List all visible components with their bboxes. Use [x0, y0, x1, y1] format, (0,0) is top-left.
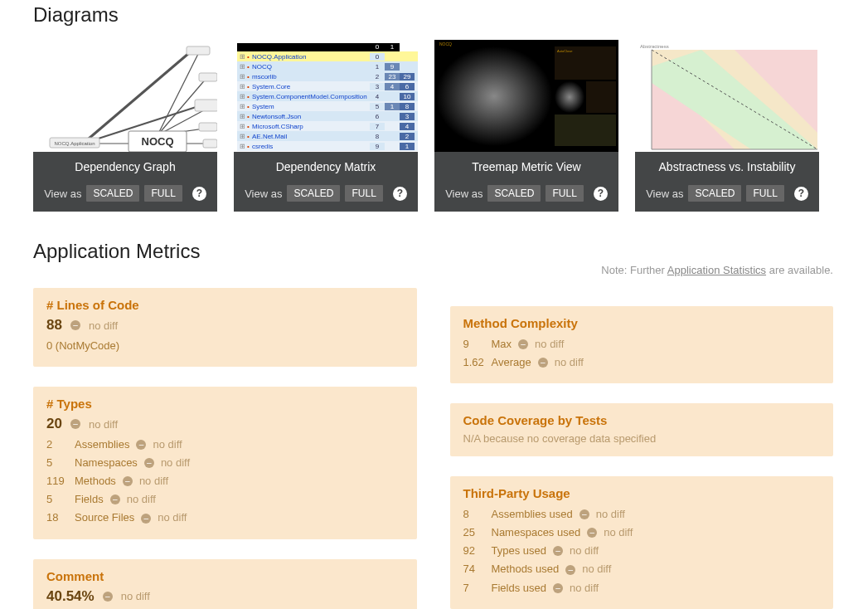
diff-text: no diff	[158, 509, 187, 527]
diff-icon: –	[538, 358, 548, 368]
diff-text: no diff	[535, 335, 564, 353]
dependency-graph-thumb[interactable]: NOCQ NOCQ.Application	[33, 40, 217, 152]
metric-sub: 0 (NotMyCode)	[46, 337, 404, 355]
metric-row-label: Fields used	[492, 579, 546, 597]
metric-row-num: 1.62	[463, 353, 485, 372]
diff-icon: –	[70, 320, 80, 330]
scaled-button[interactable]: SCALED	[487, 185, 541, 202]
svg-rect-15	[195, 100, 217, 111]
metrics-col-right: Method Complexity 9Max–no diff1.62Averag…	[450, 288, 834, 609]
metric-row-label: Max	[492, 335, 512, 353]
diagram-title: Dependency Graph	[40, 160, 211, 173]
matrix-row: ⊞•AE.Net.Mail82	[237, 131, 418, 141]
diff-text: no diff	[604, 524, 633, 542]
diagram-card-abstractness: Abstractness Abstractness vs. Instabilit…	[635, 40, 819, 212]
diagram-title: Treemap Metric View	[441, 160, 612, 173]
metric-row: 5Fields–no diff	[46, 490, 404, 509]
note-suffix: are available.	[766, 264, 833, 276]
metric-title: Third-Party Usage	[463, 486, 821, 500]
metric-row: 8Assemblies used–no diff	[463, 505, 821, 524]
diff-text: no diff	[570, 542, 599, 560]
metric-row: 25Namespaces used–no diff	[463, 524, 821, 542]
svg-text:NOCQ: NOCQ	[439, 41, 452, 46]
diagram-card-treemap: NOCQ AutoClose Treemap Metric View View …	[434, 40, 618, 212]
matrix-row: ⊞•System.Core346	[237, 81, 418, 91]
metric-coverage: Code Coverage by Tests N/A because no co…	[450, 403, 834, 456]
metric-lines-of-code: # Lines of Code 88 – no diff 0 (NotMyCod…	[33, 288, 417, 367]
help-icon[interactable]: ?	[594, 187, 608, 201]
abstractness-thumb[interactable]: Abstractness	[635, 40, 819, 152]
metric-row-num: 2	[46, 436, 68, 454]
metric-row-num: 74	[463, 560, 485, 578]
matrix-row: ⊞•System.ComponentModel.Composition410	[237, 91, 418, 101]
matrix-item-name: mscorlib	[252, 73, 370, 80]
metric-row: 7Fields used–no diff	[463, 579, 821, 597]
metric-row: 2Assemblies–no diff	[46, 436, 404, 454]
view-as-label: View as	[445, 188, 482, 200]
matrix-item-name: System	[252, 103, 370, 110]
metric-row-num: 5	[46, 490, 68, 509]
diff-text: no diff	[89, 319, 118, 332]
help-icon[interactable]: ?	[393, 187, 407, 201]
metrics-note: Note: Further Application Statistics are…	[601, 264, 833, 276]
diff-icon: –	[141, 514, 151, 524]
diff-icon: –	[553, 583, 563, 593]
metric-row-label: Types used	[492, 542, 547, 560]
metric-row-num: 18	[46, 509, 68, 527]
matrix-item-name: NOCQ	[252, 63, 370, 71]
note-prefix: Note: Further	[601, 264, 667, 276]
metric-row: 74Methods used–no diff	[463, 560, 821, 578]
scaled-button[interactable]: SCALED	[688, 185, 741, 202]
diff-icon: –	[579, 509, 589, 519]
metric-row-num: 7	[463, 579, 485, 597]
metric-value: 40.54%	[46, 588, 95, 605]
metric-row: 119Methods–no diff	[46, 472, 404, 490]
help-icon[interactable]: ?	[794, 187, 808, 201]
svg-text:AutoClose: AutoClose	[557, 49, 573, 53]
matrix-row: ⊞•NOCQ19	[237, 61, 418, 71]
scaled-button[interactable]: SCALED	[86, 185, 139, 202]
metric-row: 9Max–no diff	[463, 335, 821, 353]
help-icon[interactable]: ?	[192, 187, 206, 201]
diff-icon: –	[144, 458, 154, 468]
scaled-button[interactable]: SCALED	[287, 185, 340, 202]
diagrams-heading: Diagrams	[33, 3, 868, 27]
full-button[interactable]: FULL	[345, 185, 382, 202]
matrix-item-name: NOCQ.Application	[252, 53, 370, 61]
metric-row: 1.62Average–no diff	[463, 353, 821, 372]
diff-text: no diff	[153, 436, 182, 454]
full-button[interactable]: FULL	[546, 185, 583, 202]
diff-text: no diff	[570, 579, 599, 597]
full-button[interactable]: FULL	[746, 185, 783, 202]
matrix-item-name: csredis	[252, 143, 370, 150]
diff-icon: –	[136, 440, 146, 450]
diff-icon: –	[587, 528, 597, 538]
diff-icon: –	[553, 546, 563, 556]
metrics-heading: Application Metrics	[33, 240, 200, 263]
metric-value: 20	[46, 416, 62, 432]
matrix-row: ⊞•mscorlib22329	[237, 71, 418, 81]
svg-rect-13	[187, 46, 210, 55]
diagram-card-dependency-graph: NOCQ NOCQ.Application Dependency Graph V…	[33, 40, 217, 212]
treemap-thumb[interactable]: NOCQ AutoClose	[434, 40, 618, 152]
metric-types: # Types 20 – no diff 2Assemblies–no diff…	[33, 387, 417, 538]
app-statistics-link[interactable]: Application Statistics	[667, 264, 766, 276]
diff-text: no diff	[161, 454, 190, 472]
diff-icon: –	[110, 495, 120, 504]
diagram-title: Abstractness vs. Instability	[642, 160, 812, 173]
metric-value: 88	[46, 317, 62, 334]
view-as-label: View as	[245, 188, 282, 200]
view-as-label: View as	[44, 188, 81, 200]
metric-comment: Comment 40.54% – no diff 60Lines of Comm…	[33, 559, 417, 609]
dependency-matrix-thumb[interactable]: 0 1 ⊞•NOCQ.Application0⊞•NOCQ19⊞•mscorli…	[234, 40, 418, 152]
matrix-row: ⊞•Newtonsoft.Json63	[237, 111, 418, 121]
diff-text: no diff	[596, 505, 625, 524]
full-button[interactable]: FULL	[144, 185, 182, 202]
svg-rect-23	[555, 114, 616, 146]
metric-row: 5Namespaces–no diff	[46, 454, 404, 472]
view-as-label: View as	[646, 188, 683, 200]
metric-row-label: Assemblies	[75, 436, 129, 454]
matrix-item-name: Microsoft.CSharp	[252, 123, 370, 130]
svg-rect-22	[586, 81, 616, 113]
svg-text:Abstractness: Abstractness	[640, 44, 669, 49]
